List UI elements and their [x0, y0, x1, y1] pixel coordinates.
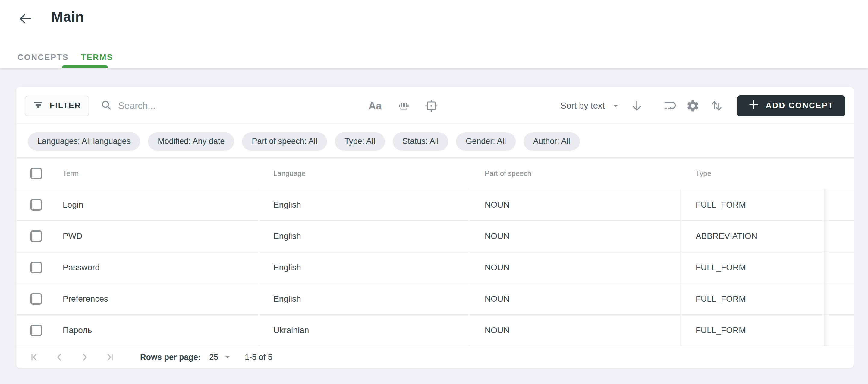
cell-language: English [273, 231, 301, 241]
row-checkbox[interactable] [30, 293, 42, 305]
topbar: Main CONCEPTS TERMS [0, 0, 868, 68]
column-header-term[interactable]: Term [63, 169, 79, 178]
import-export-icon[interactable] [710, 99, 723, 113]
search-icon [101, 99, 112, 112]
rows-per-page-caret-icon[interactable] [224, 354, 231, 360]
row-checkbox[interactable] [30, 199, 42, 211]
cell-term: Preferences [63, 294, 108, 304]
sort-by-label[interactable]: Sort by text [561, 101, 605, 111]
filter-button[interactable]: FILTER [25, 96, 89, 116]
cell-part-of-speech: NOUN [485, 263, 509, 272]
table-row[interactable]: Login English NOUN FULL_FORM [16, 189, 854, 220]
chip-part-of-speech[interactable]: Part of speech: All [242, 132, 327, 150]
chip-author[interactable]: Author: All [524, 132, 580, 150]
cell-type: FULL_FORM [695, 294, 746, 304]
row-checkbox[interactable] [30, 325, 42, 336]
add-concept-button[interactable]: ADD CONCEPT [737, 95, 845, 116]
table-row[interactable]: Пароль Ukrainian NOUN FULL_FORM [16, 315, 854, 346]
row-checkbox[interactable] [30, 231, 42, 242]
search-box [101, 99, 275, 112]
toolbar-right-cluster: Sort by text [561, 95, 845, 116]
add-concept-label: ADD CONCEPT [766, 101, 834, 110]
sort-direction-arrow-icon[interactable] [630, 99, 643, 112]
gear-icon[interactable] [686, 99, 700, 113]
terms-card: FILTER Aa [16, 87, 854, 368]
cell-term: Пароль [63, 325, 92, 335]
column-header-part-of-speech[interactable]: Part of speech [485, 169, 531, 178]
chip-languages[interactable]: Languages: All languages [28, 132, 140, 150]
column-header-language[interactable]: Language [273, 169, 306, 178]
cell-type: FULL_FORM [695, 325, 746, 335]
rows-per-page-value[interactable]: 25 [209, 353, 218, 362]
screen: Main CONCEPTS TERMS FILTER [0, 0, 868, 384]
active-tab-indicator [62, 65, 108, 68]
pagination-footer: Rows per page: 25 1-5 of 5 [16, 346, 854, 368]
cell-type: FULL_FORM [695, 200, 746, 210]
wrap-text-icon[interactable] [662, 99, 676, 113]
match-case-icon[interactable]: Aa [368, 100, 382, 112]
filter-list-icon [33, 99, 44, 112]
cell-language: Ukrainian [273, 325, 309, 335]
column-header-type[interactable]: Type [695, 169, 711, 178]
cell-term: Login [63, 200, 84, 210]
row-checkbox[interactable] [30, 262, 42, 273]
rows-per-page-label: Rows per page: [140, 353, 201, 362]
cell-part-of-speech: NOUN [485, 325, 509, 335]
chip-gender[interactable]: Gender: All [456, 132, 516, 150]
next-page-icon[interactable] [78, 351, 91, 364]
cell-type: FULL_FORM [695, 263, 746, 272]
back-button[interactable] [18, 11, 33, 27]
table-header-row: Term Language Part of speech Type [16, 158, 854, 189]
page-range-label: 1-5 of 5 [245, 353, 273, 362]
toolbar: FILTER Aa [16, 87, 854, 125]
chip-status[interactable]: Status: All [393, 132, 448, 150]
cell-language: English [273, 200, 301, 210]
cell-term: PWD [63, 231, 82, 241]
filter-chips-row: Languages: All languages Modified: Any d… [16, 125, 854, 158]
page-title: Main [51, 8, 84, 25]
pinned-cell [824, 283, 854, 314]
cell-language: English [273, 263, 301, 272]
table-row[interactable]: PWD English NOUN ABBREVIATION [16, 220, 854, 252]
last-page-icon[interactable] [103, 351, 117, 364]
filter-button-label: FILTER [50, 101, 81, 110]
pinned-cell [824, 220, 854, 252]
plus-icon [749, 99, 759, 112]
table-row[interactable]: Preferences English NOUN FULL_FORM [16, 283, 854, 315]
cell-term: Password [63, 263, 100, 272]
viewfinder-icon[interactable] [424, 98, 439, 113]
sort-caret-down-icon[interactable] [613, 102, 619, 109]
pinned-cell [824, 189, 854, 220]
first-page-icon[interactable] [27, 351, 41, 364]
select-all-checkbox[interactable] [30, 168, 42, 179]
cell-part-of-speech: NOUN [485, 294, 509, 304]
pinned-cell [824, 252, 854, 283]
barcode-icon[interactable] [397, 99, 411, 113]
table-row[interactable]: Password English NOUN FULL_FORM [16, 252, 854, 283]
chip-type[interactable]: Type: All [335, 132, 385, 150]
cell-language: English [273, 294, 301, 304]
previous-page-icon[interactable] [53, 351, 66, 364]
cell-type: ABBREVIATION [695, 231, 757, 241]
arrow-left-icon [19, 12, 32, 27]
cell-part-of-speech: NOUN [485, 200, 509, 210]
cell-part-of-speech: NOUN [485, 231, 509, 241]
search-input[interactable] [118, 100, 275, 111]
chip-modified[interactable]: Modified: Any date [148, 132, 234, 150]
pinned-cell [824, 315, 854, 346]
